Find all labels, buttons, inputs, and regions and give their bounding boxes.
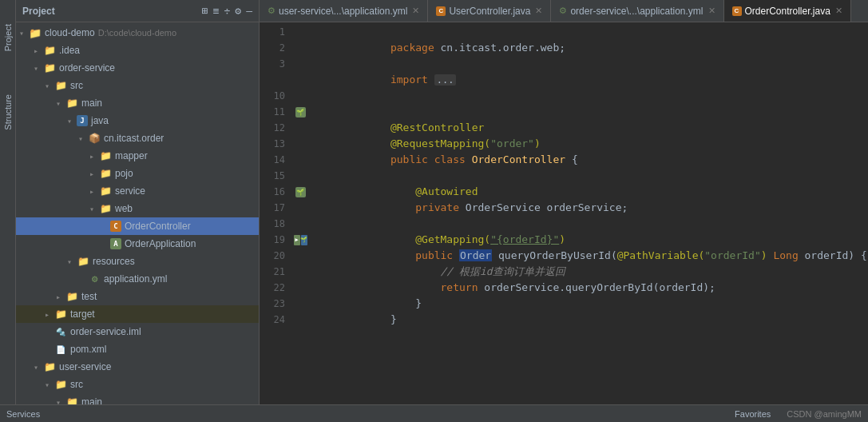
tree-service[interactable]: ▸ 📁 service: [16, 182, 259, 200]
tab-user-ctrl-close[interactable]: ✕: [535, 6, 542, 16]
code-editor[interactable]: 1 2 3 10 11 12 13 14 15 16 17 18 19 20 2…: [260, 22, 868, 404]
tree-resources[interactable]: ▾ 📁 resources: [16, 253, 259, 270]
idea-folder-icon: 📁: [43, 44, 56, 57]
order-controller-icon: C: [110, 221, 121, 232]
tab-order-ctrl-close[interactable]: ✕: [835, 6, 842, 16]
panel-icon-5[interactable]: —: [246, 5, 252, 17]
pojo-icon: 📁: [99, 167, 112, 180]
mapper-label: mapper: [115, 150, 148, 161]
src-folder-icon: 📁: [54, 79, 67, 92]
services-panel-label[interactable]: Services: [6, 409, 40, 419]
tree-order-service[interactable]: ▾ 📁 order-service: [16, 59, 259, 77]
order-service-label: order-service: [59, 62, 115, 74]
target-icon: 📁: [54, 308, 67, 320]
favorites-side-label[interactable]: Favorites: [735, 409, 771, 419]
tab-order-ctrl-label: OrderController.java: [745, 6, 830, 17]
idea-label: .idea: [59, 45, 80, 56]
user-service-folder-icon: 📁: [43, 360, 56, 373]
root-folder-icon: 📁: [29, 26, 42, 39]
web-label: web: [115, 203, 133, 214]
tree-cn-order[interactable]: ▾ 📦 cn.itcast.order: [16, 129, 259, 147]
tree-mapper[interactable]: ▸ 📁 mapper: [16, 147, 259, 165]
tree-order-application[interactable]: ▸ A OrderApplication: [16, 235, 259, 253]
test-icon: 📁: [65, 290, 78, 303]
java-label: java: [91, 115, 109, 126]
web-icon: 📁: [99, 202, 112, 215]
code-line-18: @GetMapping("{orderId}"): [315, 216, 862, 232]
project-tree: ▾ 📁 cloud-demo D:\code\cloud-demo ▸ 📁 .i…: [16, 22, 259, 404]
pojo-label: pojo: [115, 168, 133, 179]
tree-order-controller[interactable]: ▸ C OrderController: [16, 217, 259, 235]
gutter-bean-16[interactable]: 🌱: [291, 184, 309, 200]
structure-side-label[interactable]: Structure: [3, 94, 13, 130]
project-side-label[interactable]: Project: [3, 24, 13, 51]
mapper-icon: 📁: [99, 149, 112, 162]
app-yml-order-label: application.yml: [104, 273, 167, 285]
resources-label: resources: [93, 256, 135, 267]
project-panel: Project ⊞ ≡ ÷ ⚙ — ▾ 📁 cloud-demo D:\code…: [16, 0, 260, 404]
test-label: test: [81, 291, 97, 302]
line-numbers: 1 2 3 10 11 12 13 14 15 16 17 18 19 20 2…: [260, 22, 291, 404]
code-line-3: import ...: [315, 56, 862, 72]
iml-icon: 🔩: [54, 325, 67, 338]
root-arrow: ▾: [19, 29, 29, 38]
tab-order-yml[interactable]: ⚙ order-service\...\application.yml ✕: [551, 0, 723, 22]
panel-icon-4[interactable]: ⚙: [235, 5, 241, 17]
tab-order-controller[interactable]: C OrderController.java ✕: [724, 0, 851, 22]
tree-main-order[interactable]: ▾ 📁 main: [16, 94, 259, 112]
panel-icon-3[interactable]: ÷: [224, 5, 231, 17]
tree-root[interactable]: ▾ 📁 cloud-demo D:\code\cloud-demo: [16, 24, 259, 42]
tab-order-yml-close[interactable]: ✕: [708, 6, 715, 16]
yml-icon-order: ⚙: [88, 273, 101, 285]
tree-web[interactable]: ▾ 📁 web: [16, 200, 259, 217]
tree-src-order[interactable]: ▾ 📁 src: [16, 77, 259, 94]
tree-pom[interactable]: ▸ 📄 pom.xml: [16, 340, 259, 358]
resources-icon: 📁: [77, 255, 89, 268]
code-content: package cn.itcast.order.web; import ...: [309, 22, 868, 404]
tree-target[interactable]: ▸ 📁 target: [16, 305, 259, 323]
main-folder-icon: 📁: [65, 97, 78, 109]
tab-bar: ⚙ user-service\...\application.yml ✕ C U…: [260, 0, 868, 22]
panel-title-bar: Project ⊞ ≡ ÷ ⚙ —: [16, 0, 259, 22]
editor-area: ⚙ user-service\...\application.yml ✕ C U…: [260, 0, 868, 404]
panel-title: Project: [22, 6, 55, 17]
tree-app-yml-order[interactable]: ▸ ⚙ application.yml: [16, 270, 259, 288]
service-icon: 📁: [99, 185, 112, 197]
tab-user-controller[interactable]: C UserController.java ✕: [428, 0, 551, 22]
tree-test[interactable]: ▸ 📁 test: [16, 288, 259, 305]
tab-user-ctrl-icon: C: [436, 6, 446, 16]
main-label: main: [81, 98, 102, 109]
tree-src-user[interactable]: ▾ 📁 src: [16, 376, 259, 393]
root-path: D:\code\cloud-demo: [98, 28, 176, 38]
user-service-label: user-service: [59, 361, 111, 372]
user-main-label: main: [81, 396, 102, 404]
tab-order-yml-label: order-service\...\application.yml: [570, 6, 703, 17]
tree-order-iml[interactable]: ▸ 🔩 order-service.iml: [16, 323, 259, 340]
tree-java-order[interactable]: ▾ J java: [16, 112, 259, 129]
tab-order-ctrl-icon: C: [732, 6, 742, 16]
left-side-panel: Project Structure: [0, 0, 16, 404]
panel-icon-1[interactable]: ⊞: [202, 5, 208, 17]
tab-user-yml-label: user-service\...\application.yml: [279, 6, 407, 17]
tree-idea[interactable]: ▸ 📁 .idea: [16, 42, 259, 59]
gutter-method-19[interactable]: ▶ 🌱: [291, 232, 309, 248]
code-line-11: @RestController: [315, 104, 862, 120]
root-label: cloud-demo: [45, 27, 95, 38]
code-line-24: [315, 312, 862, 328]
panel-icon-2[interactable]: ≡: [213, 5, 220, 17]
tree-pojo[interactable]: ▸ 📁 pojo: [16, 165, 259, 182]
tree-user-service[interactable]: ▾ 📁 user-service: [16, 358, 259, 376]
src-label: src: [70, 80, 83, 91]
code-line-15: @Autowired: [315, 168, 862, 184]
target-label: target: [70, 309, 95, 320]
order-service-icon: 📁: [43, 62, 56, 74]
tab-user-yml-close[interactable]: ✕: [412, 6, 419, 16]
pom-label: pom.xml: [70, 344, 106, 355]
tree-main-user[interactable]: ▾ 📁 main: [16, 393, 259, 404]
tab-order-yml-icon: ⚙: [559, 6, 567, 16]
user-src-icon: 📁: [54, 378, 67, 391]
watermark: CSDN @amingMM: [787, 409, 862, 419]
cn-order-label: cn.itcast.order: [104, 133, 164, 144]
gutter-bean-11[interactable]: 🌱: [291, 104, 309, 120]
tab-user-yml[interactable]: ⚙ user-service\...\application.yml ✕: [260, 0, 428, 22]
